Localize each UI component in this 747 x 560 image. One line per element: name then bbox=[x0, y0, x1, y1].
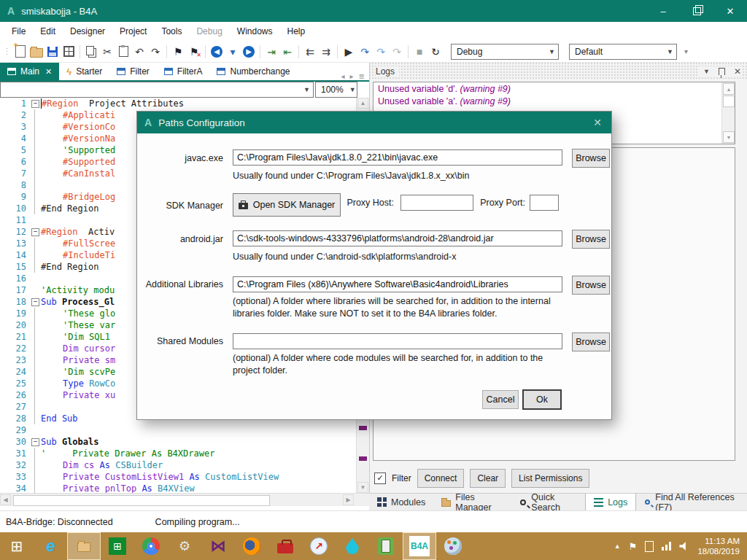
devtools-icon[interactable]: ⚙ bbox=[168, 532, 201, 560]
debug-mode-combo[interactable]: Debug ▼ bbox=[451, 44, 559, 60]
volume-icon[interactable] bbox=[679, 542, 689, 551]
action-center-icon[interactable]: ⚑ bbox=[629, 541, 638, 552]
menu-file[interactable]: File bbox=[4, 23, 33, 39]
scroll-right-icon[interactable]: ▶ bbox=[343, 494, 354, 505]
android-jar-browse-button[interactable]: Browse bbox=[572, 230, 610, 249]
code-line[interactable]: 30−Sub Globals bbox=[0, 436, 356, 448]
pin-icon[interactable] bbox=[719, 68, 725, 75]
tab-scroll-right-icon[interactable]: ▸ bbox=[350, 72, 354, 80]
shared-modules-browse-button[interactable]: Browse bbox=[572, 332, 610, 351]
code-line[interactable]: 32Dim cs As CSBuilder bbox=[0, 459, 356, 471]
shift-left-icon[interactable]: ⇇ bbox=[302, 44, 318, 60]
phone-icon[interactable] bbox=[369, 532, 403, 560]
scroll-thumb[interactable] bbox=[723, 96, 735, 107]
connect-button[interactable]: Connect bbox=[417, 469, 465, 488]
menu-windows[interactable]: Windows bbox=[230, 23, 280, 39]
log-list-scrollbar[interactable]: ▲ ▼ bbox=[721, 82, 735, 144]
outdent-icon[interactable]: ⇤ bbox=[279, 44, 295, 60]
step-out-icon[interactable]: ↷ bbox=[389, 44, 405, 60]
tab-numberchange[interactable]: Numberchange bbox=[209, 63, 297, 80]
paste-icon[interactable] bbox=[115, 44, 131, 60]
b4a-icon[interactable]: B4A bbox=[403, 532, 436, 560]
log-warning[interactable]: Unused variable 'a'. (warning #9) bbox=[374, 95, 735, 107]
bottom-tab-modules[interactable]: Modules bbox=[369, 494, 433, 510]
menu-help[interactable]: Help bbox=[280, 23, 313, 39]
compass-icon[interactable]: ↗ bbox=[302, 532, 336, 560]
scroll-up-icon[interactable]: ▲ bbox=[723, 83, 735, 95]
new-file-icon[interactable] bbox=[12, 44, 28, 60]
visual-studio-icon[interactable]: ⋈ bbox=[201, 532, 235, 560]
store-icon[interactable]: ⊞ bbox=[101, 532, 134, 560]
zoom-combo[interactable]: 100% ▼ bbox=[315, 82, 357, 98]
tab-overflow-icon[interactable]: ≣ bbox=[359, 72, 365, 80]
clear-button[interactable]: Clear bbox=[470, 469, 506, 488]
redo-icon[interactable]: ↷ bbox=[147, 44, 163, 60]
minimize-button[interactable]: – bbox=[646, 0, 680, 22]
copy-icon[interactable] bbox=[83, 44, 99, 60]
bookmark-icon[interactable]: ⚑ bbox=[170, 44, 186, 60]
restart-icon[interactable]: ↻ bbox=[427, 44, 444, 60]
bottom-tab-files-manager[interactable]: Files Manager bbox=[433, 494, 511, 510]
chrome-icon[interactable] bbox=[134, 532, 168, 560]
code-line[interactable]: 29 bbox=[0, 424, 356, 436]
scroll-thumb[interactable] bbox=[13, 495, 270, 506]
step-into-icon[interactable]: ↷ bbox=[373, 44, 389, 60]
undo-icon[interactable]: ↶ bbox=[131, 44, 147, 60]
bottom-tab-quick-search[interactable]: Quick Search bbox=[511, 494, 585, 510]
tab-scroll-left-icon[interactable]: ◂ bbox=[341, 72, 345, 80]
package-icon[interactable] bbox=[61, 44, 77, 60]
file-explorer-icon[interactable] bbox=[67, 532, 101, 560]
firefox-icon[interactable] bbox=[235, 532, 268, 560]
menu-edit[interactable]: Edit bbox=[33, 23, 63, 39]
back-icon[interactable]: ◀ bbox=[209, 44, 225, 60]
dialog-close-icon[interactable]: ✕ bbox=[584, 117, 611, 128]
list-permissions-button[interactable]: List Permissions bbox=[511, 469, 589, 488]
close-tab-icon[interactable]: ✕ bbox=[45, 67, 52, 77]
toolbar-overflow-icon[interactable]: ▾ bbox=[684, 47, 688, 55]
flame-icon[interactable] bbox=[336, 532, 369, 560]
cut-icon[interactable]: ✂ bbox=[99, 44, 115, 60]
back-menu-icon[interactable]: ▾ bbox=[225, 44, 241, 60]
additional-libraries-input[interactable] bbox=[233, 276, 562, 292]
dialog-title-bar[interactable]: A Paths Configuration ✕ bbox=[137, 112, 611, 133]
fold-toggle-icon[interactable]: − bbox=[31, 296, 41, 308]
fold-toggle-icon[interactable]: − bbox=[31, 436, 41, 448]
filter-checkbox[interactable]: ✓ bbox=[374, 472, 386, 484]
android-jar-input[interactable] bbox=[233, 230, 562, 246]
menu-debug[interactable]: Debug bbox=[189, 23, 229, 39]
fold-toggle-icon[interactable]: − bbox=[31, 98, 41, 109]
proxy-port-input[interactable] bbox=[530, 195, 559, 211]
tablet-mode-icon[interactable] bbox=[645, 541, 654, 552]
code-line[interactable]: 1−#Region Project Attributes bbox=[0, 98, 356, 109]
bookmark-remove-icon[interactable]: ⚑✕ bbox=[186, 44, 202, 60]
javac-input[interactable] bbox=[233, 149, 562, 166]
close-button[interactable]: ✕ bbox=[713, 0, 747, 22]
clock[interactable]: 11:13 AM 18/08/2019 bbox=[697, 536, 740, 556]
editor-horizontal-scrollbar[interactable]: ◀ ▶ bbox=[0, 493, 369, 506]
ok-button[interactable]: Ok bbox=[523, 390, 561, 409]
save-icon[interactable] bbox=[44, 44, 61, 60]
tab-filter[interactable]: Filter bbox=[109, 63, 157, 80]
scroll-left-icon[interactable]: ◀ bbox=[0, 494, 11, 505]
additional-libraries-browse-button[interactable]: Browse bbox=[572, 276, 610, 295]
tab-starter[interactable]: ϟStarter bbox=[59, 63, 109, 80]
start-button[interactable]: ⊞ bbox=[0, 532, 34, 560]
forward-icon[interactable]: ▶ bbox=[241, 44, 257, 60]
scroll-down-icon[interactable]: ▼ bbox=[723, 131, 735, 143]
restore-button[interactable] bbox=[680, 0, 713, 22]
tab-main[interactable]: Main✕ bbox=[0, 63, 59, 80]
resume-icon[interactable]: ↷ bbox=[357, 44, 373, 60]
run-icon[interactable]: ▶ bbox=[341, 44, 357, 60]
fold-toggle-icon[interactable]: − bbox=[31, 226, 41, 238]
tray-expand-icon[interactable]: ▲ bbox=[614, 542, 621, 550]
javac-browse-button[interactable]: Browse bbox=[572, 149, 610, 168]
member-select-combo[interactable]: ▼ bbox=[0, 82, 314, 98]
cancel-button[interactable]: Cancel bbox=[482, 390, 519, 409]
scroll-down-icon[interactable]: ▼ bbox=[357, 482, 368, 493]
code-line[interactable]: 31' Private Drawer As B4XDrawer bbox=[0, 448, 356, 459]
shift-right-icon[interactable]: ⇉ bbox=[318, 44, 334, 60]
indent-icon[interactable]: ⇥ bbox=[263, 44, 279, 60]
menu-tools[interactable]: Tools bbox=[154, 23, 189, 39]
code-line[interactable]: 33Private CustomListView1 As CustomListV… bbox=[0, 471, 356, 483]
menu-project[interactable]: Project bbox=[112, 23, 154, 39]
